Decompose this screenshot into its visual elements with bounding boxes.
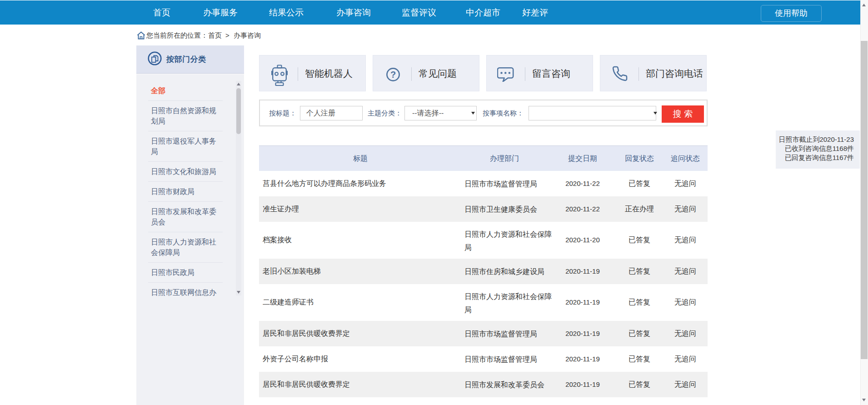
svg-text:?: ? [390, 70, 396, 80]
